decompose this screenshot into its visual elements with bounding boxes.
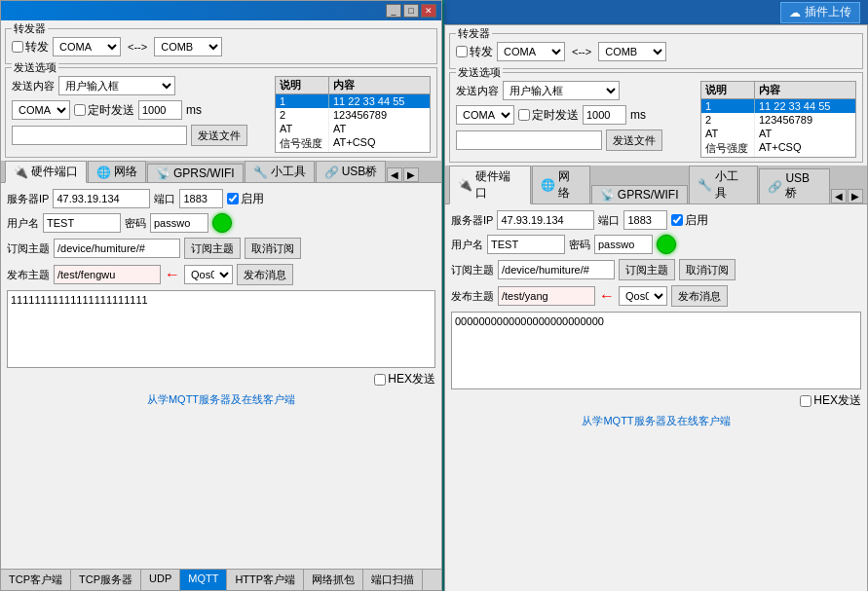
right-port-input[interactable]: [623, 210, 667, 230]
right-tab-right-arrow[interactable]: ▶: [848, 189, 863, 203]
right-hex-checkbox[interactable]: [800, 395, 811, 407]
right-row3-content: AT: [755, 127, 855, 140]
right-tools-icon: 🔧: [698, 178, 712, 192]
left-bottom-tab-http[interactable]: HTTP客户端: [227, 570, 304, 590]
right-sub-topic-input[interactable]: [498, 260, 615, 279]
left-message-textarea[interactable]: 11111111111111111111111: [7, 290, 435, 368]
left-tab-network[interactable]: 🌐 网络: [88, 161, 146, 182]
left-tab-gprs[interactable]: 📡 GPRS/WIFI: [147, 164, 244, 182]
right-hex-text: HEX发送: [813, 392, 861, 409]
right-from-select[interactable]: COMACOMB: [497, 42, 565, 61]
right-tab-hardware[interactable]: 🔌 硬件端口: [449, 166, 531, 204]
left-bottom-tab-udp[interactable]: UDP: [141, 570, 180, 590]
right-publish-btn[interactable]: 发布消息: [671, 285, 728, 307]
left-content-label: 发送内容: [12, 79, 55, 93]
left-sub-topic-input[interactable]: [54, 239, 180, 258]
maximize-button[interactable]: □: [403, 4, 419, 18]
left-enable-text: 启用: [241, 191, 264, 207]
left-tab-gprs-label: GPRS/WIFI: [173, 166, 235, 180]
top-bar: ☁ 插件上传: [444, 0, 868, 24]
left-server-ip-input[interactable]: [53, 189, 150, 208]
title-bar-buttons: _ □ ✕: [386, 4, 436, 18]
left-bottom-tabs: TCP客户端 TCP服务器 UDP MQTT HTTP客户端 网络抓包 端口扫描: [1, 569, 441, 590]
left-timer-input[interactable]: [138, 100, 182, 120]
right-enable-text: 启用: [685, 212, 708, 229]
left-tab-hardware[interactable]: 🔌 硬件端口: [5, 161, 87, 183]
left-from-select[interactable]: COMA COMB: [53, 37, 121, 56]
left-pub-topic-input[interactable]: [54, 265, 161, 284]
right-unsubscribe-btn[interactable]: 取消订阅: [679, 259, 736, 280]
left-tab-right-arrow[interactable]: ▶: [403, 167, 419, 182]
left-bottom-tab-tcp-server[interactable]: TCP服务器: [71, 570, 141, 590]
right-arrow-label: <-->: [569, 46, 594, 57]
left-bottom-tab-mqtt[interactable]: MQTT: [180, 570, 227, 590]
right-timer-input[interactable]: [583, 105, 626, 125]
left-send-file-btn[interactable]: 发送文件: [191, 125, 247, 146]
upload-button[interactable]: ☁ 插件上传: [780, 2, 860, 23]
right-message-textarea[interactable]: 0000000000000000000000000: [451, 312, 861, 389]
right-row1-id: 1: [701, 99, 755, 113]
right-tab-left-arrow[interactable]: ◀: [831, 189, 847, 203]
left-tab-tools[interactable]: 🔧 小工具: [245, 161, 315, 182]
left-tab-left-arrow[interactable]: ◀: [387, 167, 402, 182]
left-to-select[interactable]: COMB COMA: [154, 37, 222, 56]
right-hex-label: HEX发送: [800, 392, 861, 409]
right-send-text-input[interactable]: [456, 130, 602, 150]
left-bottom-tab-scan[interactable]: 端口扫描: [363, 570, 423, 590]
right-subscribe-btn[interactable]: 订阅主题: [619, 259, 675, 280]
left-forward-checkbox[interactable]: [12, 41, 23, 53]
left-subscribe-btn[interactable]: 订阅主题: [184, 238, 241, 259]
right-tab-gprs-label: GPRS/WIFI: [618, 188, 679, 202]
right-tab-usb-label: USB桥: [785, 171, 821, 202]
right-mqtt-link[interactable]: 从学MQTT服务器及在线客户端: [582, 415, 730, 426]
right-forwarding-panel: 转发器 转发 COMACOMB <--> COMBCOMA: [449, 33, 863, 69]
left-mqtt-link[interactable]: 从学MQTT服务器及在线客户端: [147, 393, 295, 405]
right-tab-hardware-label: 硬件端口: [475, 168, 522, 202]
left-enable-label: 启用: [227, 191, 264, 207]
left-title-bar: _ □ ✕: [1, 1, 441, 20]
left-publish-btn[interactable]: 发布消息: [237, 264, 293, 285]
left-mqtt-content: 服务器IP 端口 启用 用户名 密码 订阅主题 订阅主题 取消订阅 发布主题 ←: [1, 183, 441, 415]
left-table-col1: 说明: [276, 77, 329, 93]
left-password-input[interactable]: [150, 213, 208, 233]
right-tab-network[interactable]: 🌐 网络: [532, 166, 590, 203]
right-tab-usb[interactable]: 🔗 USB桥: [759, 168, 830, 203]
right-enable-checkbox[interactable]: [671, 214, 683, 226]
right-content-select[interactable]: 用户输入框: [503, 81, 620, 100]
right-timer-checkbox[interactable]: [518, 109, 530, 121]
close-button[interactable]: ✕: [421, 4, 436, 18]
right-tab-gprs[interactable]: 📡 GPRS/WIFI: [591, 185, 688, 203]
left-send-text-input[interactable]: [12, 126, 187, 145]
left-bottom-tab-capture[interactable]: 网络抓包: [304, 570, 363, 590]
left-unsubscribe-btn[interactable]: 取消订阅: [245, 238, 301, 259]
left-hex-checkbox[interactable]: [374, 374, 386, 386]
left-tab-usb[interactable]: 🔗 USB桥: [316, 161, 387, 182]
left-content-select[interactable]: 用户输入框 文件内容: [58, 76, 175, 95]
right-qos-select[interactable]: Qos0Qos1Qos2: [619, 286, 667, 306]
right-server-ip-input[interactable]: [497, 210, 594, 230]
right-username-input[interactable]: [487, 235, 565, 254]
left-port-select[interactable]: COMA COMB: [12, 100, 70, 120]
left-row4-content: AT+CSQ: [329, 135, 430, 152]
left-forward-label: 转发: [25, 39, 49, 55]
left-port-input[interactable]: [179, 189, 223, 208]
left-send-legend: 发送选项: [12, 60, 58, 75]
left-bottom-tab-tcp-client[interactable]: TCP客户端: [1, 570, 71, 590]
left-enable-checkbox[interactable]: [227, 193, 239, 204]
right-forward-checkbox[interactable]: [456, 46, 468, 57]
right-port-select[interactable]: COMA: [456, 105, 514, 125]
right-tab-tools[interactable]: 🔧 小工具: [689, 166, 759, 203]
right-pub-topic-input[interactable]: [498, 286, 595, 306]
right-timer-unit: ms: [630, 108, 646, 122]
right-send-file-btn[interactable]: 发送文件: [606, 129, 662, 151]
left-qos-select[interactable]: Qos0Qos1Qos2: [184, 265, 233, 284]
right-to-select[interactable]: COMBCOMA: [598, 42, 666, 61]
left-tools-icon: 🔧: [253, 166, 268, 179]
right-red-arrow: ←: [599, 287, 615, 305]
minimize-button[interactable]: _: [386, 4, 401, 18]
left-tab-tools-label: 小工具: [271, 164, 306, 180]
left-timer-checkbox[interactable]: [74, 104, 86, 116]
left-window: _ □ ✕ 转发器 转发 COMA COMB <--> COMB COMA 发送…: [0, 0, 442, 591]
left-username-input[interactable]: [43, 213, 121, 233]
right-password-input[interactable]: [594, 235, 653, 254]
